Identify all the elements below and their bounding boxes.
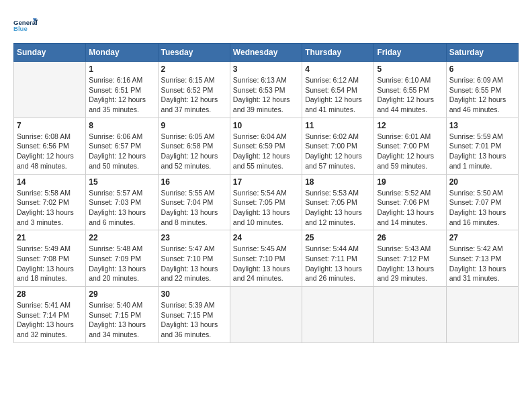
day-number: 1 <box>89 64 154 74</box>
calendar-header-monday: Monday <box>86 44 158 62</box>
day-number: 23 <box>161 233 227 242</box>
calendar-cell: 2 Sunrise: 6:15 AM Sunset: 6:52 PM Dayli… <box>158 62 230 118</box>
day-info: Sunrise: 5:52 AM Sunset: 7:06 PM Dayligh… <box>377 188 443 228</box>
calendar-cell <box>14 62 86 118</box>
calendar-cell: 9 Sunrise: 6:05 AM Sunset: 6:58 PM Dayli… <box>158 118 230 174</box>
day-info: Sunrise: 5:44 AM Sunset: 7:11 PM Dayligh… <box>305 244 371 283</box>
day-info: Sunrise: 5:47 AM Sunset: 7:10 PM Dayligh… <box>161 244 227 283</box>
logo-svg-icon: General Blue <box>13 13 38 38</box>
day-number: 12 <box>377 121 443 130</box>
calendar-cell: 23 Sunrise: 5:47 AM Sunset: 7:10 PM Dayl… <box>158 230 230 287</box>
day-number: 10 <box>233 121 299 130</box>
calendar-header-tuesday: Tuesday <box>158 44 230 62</box>
day-number: 24 <box>233 233 299 242</box>
day-number: 8 <box>89 121 154 130</box>
day-info: Sunrise: 6:06 AM Sunset: 6:57 PM Dayligh… <box>89 132 154 171</box>
day-number: 27 <box>449 233 515 242</box>
day-info: Sunrise: 6:08 AM Sunset: 6:56 PM Dayligh… <box>17 132 83 171</box>
calendar-cell: 16 Sunrise: 5:55 AM Sunset: 7:04 PM Dayl… <box>158 174 230 230</box>
day-number: 15 <box>89 177 154 187</box>
calendar-cell <box>302 287 374 343</box>
calendar-cell: 8 Sunrise: 6:06 AM Sunset: 6:57 PM Dayli… <box>86 118 158 174</box>
calendar-cell: 17 Sunrise: 5:54 AM Sunset: 7:05 PM Dayl… <box>230 174 302 230</box>
day-info: Sunrise: 5:43 AM Sunset: 7:12 PM Dayligh… <box>377 244 443 283</box>
day-number: 20 <box>449 177 515 187</box>
calendar-cell: 1 Sunrise: 6:16 AM Sunset: 6:51 PM Dayli… <box>86 62 158 118</box>
day-info: Sunrise: 5:54 AM Sunset: 7:05 PM Dayligh… <box>233 188 299 228</box>
day-info: Sunrise: 5:45 AM Sunset: 7:10 PM Dayligh… <box>233 244 299 283</box>
day-info: Sunrise: 5:39 AM Sunset: 7:15 PM Dayligh… <box>161 300 227 340</box>
day-info: Sunrise: 6:12 AM Sunset: 6:54 PM Dayligh… <box>305 75 371 115</box>
day-number: 19 <box>377 177 443 187</box>
calendar-cell: 14 Sunrise: 5:58 AM Sunset: 7:02 PM Dayl… <box>14 174 86 230</box>
calendar-table: SundayMondayTuesdayWednesdayThursdayFrid… <box>13 43 519 343</box>
calendar-cell: 20 Sunrise: 5:50 AM Sunset: 7:07 PM Dayl… <box>446 174 518 230</box>
calendar-week-row: 28 Sunrise: 5:41 AM Sunset: 7:14 PM Dayl… <box>14 287 519 343</box>
day-number: 5 <box>377 64 443 74</box>
calendar-week-row: 14 Sunrise: 5:58 AM Sunset: 7:02 PM Dayl… <box>14 174 519 230</box>
day-info: Sunrise: 5:48 AM Sunset: 7:09 PM Dayligh… <box>89 244 154 283</box>
calendar-header-sunday: Sunday <box>14 44 86 62</box>
day-info: Sunrise: 6:01 AM Sunset: 7:00 PM Dayligh… <box>377 132 443 171</box>
calendar-header-thursday: Thursday <box>302 44 374 62</box>
day-info: Sunrise: 6:10 AM Sunset: 6:55 PM Dayligh… <box>377 75 443 115</box>
day-number: 6 <box>449 64 515 74</box>
day-info: Sunrise: 5:53 AM Sunset: 7:05 PM Dayligh… <box>305 188 371 228</box>
calendar-header-row: SundayMondayTuesdayWednesdayThursdayFrid… <box>14 44 519 62</box>
day-info: Sunrise: 5:42 AM Sunset: 7:13 PM Dayligh… <box>449 244 515 283</box>
calendar-cell: 6 Sunrise: 6:09 AM Sunset: 6:55 PM Dayli… <box>446 62 518 118</box>
day-number: 13 <box>449 121 515 130</box>
calendar-cell: 22 Sunrise: 5:48 AM Sunset: 7:09 PM Dayl… <box>86 230 158 287</box>
day-number: 26 <box>377 233 443 242</box>
calendar-cell: 12 Sunrise: 6:01 AM Sunset: 7:00 PM Dayl… <box>374 118 446 174</box>
day-info: Sunrise: 5:58 AM Sunset: 7:02 PM Dayligh… <box>17 188 83 228</box>
day-number: 2 <box>161 64 227 74</box>
calendar-cell: 10 Sunrise: 6:04 AM Sunset: 6:59 PM Dayl… <box>230 118 302 174</box>
calendar-week-row: 1 Sunrise: 6:16 AM Sunset: 6:51 PM Dayli… <box>14 62 519 118</box>
calendar-cell: 4 Sunrise: 6:12 AM Sunset: 6:54 PM Dayli… <box>302 62 374 118</box>
calendar-cell: 21 Sunrise: 5:49 AM Sunset: 7:08 PM Dayl… <box>14 230 86 287</box>
calendar-cell: 18 Sunrise: 5:53 AM Sunset: 7:05 PM Dayl… <box>302 174 374 230</box>
day-info: Sunrise: 6:13 AM Sunset: 6:53 PM Dayligh… <box>233 75 299 115</box>
calendar-cell: 27 Sunrise: 5:42 AM Sunset: 7:13 PM Dayl… <box>446 230 518 287</box>
calendar-week-row: 7 Sunrise: 6:08 AM Sunset: 6:56 PM Dayli… <box>14 118 519 174</box>
day-info: Sunrise: 6:04 AM Sunset: 6:59 PM Dayligh… <box>233 132 299 171</box>
day-number: 9 <box>161 121 227 130</box>
calendar-cell: 5 Sunrise: 6:10 AM Sunset: 6:55 PM Dayli… <box>374 62 446 118</box>
day-info: Sunrise: 5:40 AM Sunset: 7:15 PM Dayligh… <box>89 300 154 340</box>
calendar-cell: 28 Sunrise: 5:41 AM Sunset: 7:14 PM Dayl… <box>14 287 86 343</box>
day-number: 21 <box>17 233 83 242</box>
day-number: 4 <box>305 64 371 74</box>
day-number: 7 <box>17 121 83 130</box>
calendar-cell: 19 Sunrise: 5:52 AM Sunset: 7:06 PM Dayl… <box>374 174 446 230</box>
day-info: Sunrise: 5:50 AM Sunset: 7:07 PM Dayligh… <box>449 188 515 228</box>
calendar-header-saturday: Saturday <box>446 44 518 62</box>
calendar-cell: 30 Sunrise: 5:39 AM Sunset: 7:15 PM Dayl… <box>158 287 230 343</box>
calendar-cell <box>446 287 518 343</box>
calendar-cell: 7 Sunrise: 6:08 AM Sunset: 6:56 PM Dayli… <box>14 118 86 174</box>
calendar-cell: 13 Sunrise: 5:59 AM Sunset: 7:01 PM Dayl… <box>446 118 518 174</box>
logo: General Blue <box>13 13 38 38</box>
calendar-cell: 29 Sunrise: 5:40 AM Sunset: 7:15 PM Dayl… <box>86 287 158 343</box>
day-number: 28 <box>17 289 83 299</box>
calendar-cell <box>230 287 302 343</box>
day-number: 3 <box>233 64 299 74</box>
day-number: 30 <box>161 289 227 299</box>
day-info: Sunrise: 6:16 AM Sunset: 6:51 PM Dayligh… <box>89 75 154 115</box>
day-info: Sunrise: 6:15 AM Sunset: 6:52 PM Dayligh… <box>161 75 227 115</box>
day-number: 18 <box>305 177 371 187</box>
page-header: General Blue <box>13 13 519 38</box>
calendar-cell <box>374 287 446 343</box>
day-number: 16 <box>161 177 227 187</box>
day-number: 14 <box>17 177 83 187</box>
calendar-week-row: 21 Sunrise: 5:49 AM Sunset: 7:08 PM Dayl… <box>14 230 519 287</box>
calendar-cell: 3 Sunrise: 6:13 AM Sunset: 6:53 PM Dayli… <box>230 62 302 118</box>
day-number: 11 <box>305 121 371 130</box>
day-number: 22 <box>89 233 154 242</box>
calendar-cell: 15 Sunrise: 5:57 AM Sunset: 7:03 PM Dayl… <box>86 174 158 230</box>
svg-text:Blue: Blue <box>13 25 28 32</box>
day-info: Sunrise: 5:41 AM Sunset: 7:14 PM Dayligh… <box>17 300 83 340</box>
day-info: Sunrise: 6:02 AM Sunset: 7:00 PM Dayligh… <box>305 132 371 171</box>
day-info: Sunrise: 5:55 AM Sunset: 7:04 PM Dayligh… <box>161 188 227 228</box>
day-number: 29 <box>89 289 154 299</box>
